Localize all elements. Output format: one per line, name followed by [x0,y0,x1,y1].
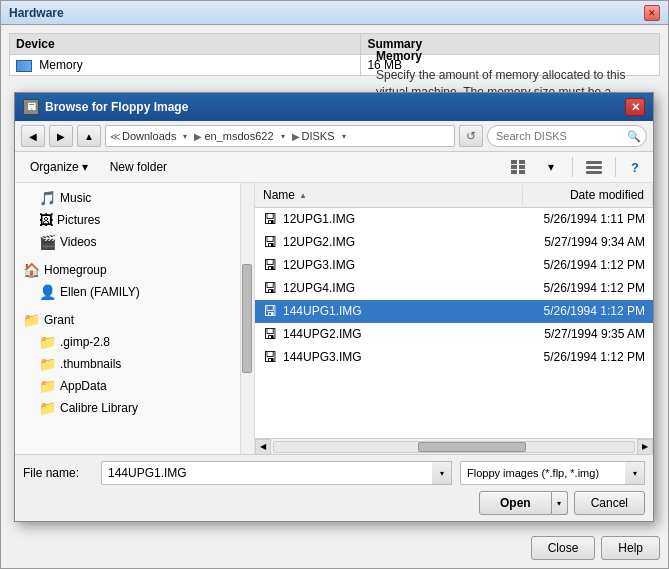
left-panel-scrollbar[interactable] [240,183,254,454]
scroll-thumb[interactable] [418,442,526,452]
pictures-label: Pictures [57,213,100,227]
path-separator-2: ▶ [292,131,300,142]
tree-item-videos[interactable]: 🎬 Videos [15,231,254,253]
refresh-button[interactable]: ↺ [459,125,483,147]
file-name-2: 12UPG3.IMG [283,258,515,272]
msdos-dropdown[interactable]: ▾ [276,126,290,146]
path-folder-disks: DISKS [302,130,335,142]
tree-item-appdata[interactable]: 📁 AppData [15,375,254,397]
date-col-header[interactable]: Date modified [523,185,653,205]
tree-item-music[interactable]: 🎵 Music [15,187,254,209]
tree-item-thumbnails[interactable]: 📁 .thumbnails [15,353,254,375]
name-col-label: Name [263,188,295,202]
tree-item-grant[interactable]: 📁 Grant [15,309,254,331]
tree-item-ellen[interactable]: 👤 Ellen (FAMILY) [15,281,254,303]
file-row-3[interactable]: 🖫 12UPG4.IMG 5/26/1994 1:12 PM [255,277,653,300]
open-button-group: Open ▾ [479,491,568,515]
view-toggle-button[interactable] [505,155,533,179]
help-button[interactable]: Help [601,536,660,560]
downloads-dropdown[interactable]: ▾ [178,126,192,146]
svg-rect-4 [511,170,517,174]
address-path[interactable]: ≪ Downloads ▾ ▶ en_msdos622 ▾ ▶ DISKS ▾ [105,125,455,147]
gimp-folder-icon: 📁 [39,334,56,350]
device-label: Memory [39,58,82,72]
scroll-left-button[interactable]: ◀ [255,439,271,455]
music-label: Music [60,191,91,205]
calibre-label: Calibre Library [60,401,138,415]
search-input[interactable] [487,125,647,147]
floppy-dialog: 🖬 Browse for Floppy Image ✕ ◀ ▶ ▲ ≪ Down… [14,92,654,522]
file-name-6: 144UPG3.IMG [283,350,515,364]
homegroup-icon: 🏠 [23,262,40,278]
hardware-close-button[interactable]: ✕ [644,5,660,21]
file-date-1: 5/27/1994 9:34 AM [515,235,645,249]
filename-input[interactable] [101,461,452,485]
back-button[interactable]: ◀ [21,125,45,147]
help-icon-button[interactable]: ? [623,155,647,179]
left-panel: 🎵 Music 🖼 Pictures 🎬 Videos 🏠 Homegroup [15,183,255,454]
filename-dropdown-button[interactable]: ▾ [432,461,452,485]
scrollbar-thumb[interactable] [242,264,252,372]
main-area: 🎵 Music 🖼 Pictures 🎬 Videos 🏠 Homegroup [15,183,653,454]
view-grid-icon [511,160,527,174]
file-icon-3: 🖫 [263,280,277,296]
up-button[interactable]: ▲ [77,125,101,147]
toolbar-divider2 [615,157,616,177]
organize-dropdown-icon: ▾ [82,160,88,174]
floppy-dialog-title: Browse for Floppy Image [45,100,188,114]
toolbar-divider [572,157,573,177]
appdata-folder-icon: 📁 [39,378,56,394]
floppy-title-left: 🖬 Browse for Floppy Image [23,99,188,115]
name-sort-arrow: ▲ [299,191,307,200]
file-date-2: 5/26/1994 1:12 PM [515,258,645,272]
tree-item-calibre[interactable]: 📁 Calibre Library [15,397,254,419]
open-dropdown-button[interactable]: ▾ [552,491,568,515]
cancel-button[interactable]: Cancel [574,491,645,515]
scroll-right-button[interactable]: ▶ [637,439,653,455]
new-folder-button[interactable]: New folder [101,156,176,178]
thumbnails-label: .thumbnails [60,357,121,371]
file-name-0: 12UPG1.IMG [283,212,515,226]
file-name-1: 12UPG2.IMG [283,235,515,249]
floppy-titlebar: 🖬 Browse for Floppy Image ✕ [15,93,653,121]
view-list-button[interactable] [580,155,608,179]
filetype-dropdown-button[interactable]: ▾ [625,461,645,485]
file-icon-5: 🖫 [263,326,277,342]
close-button[interactable]: Close [531,536,596,560]
memory-icon [16,60,32,72]
search-wrapper: 🔍 [487,125,647,147]
file-row-2[interactable]: 🖫 12UPG3.IMG 5/26/1994 1:12 PM [255,254,653,277]
tree-item-homegroup[interactable]: 🏠 Homegroup [15,259,254,281]
open-button[interactable]: Open [479,491,552,515]
right-panel: Name ▲ Date modified 🖫 12UPG1.IMG 5/26/1… [255,183,653,454]
scroll-track[interactable] [273,441,635,453]
horizontal-scrollbar[interactable]: ◀ ▶ [255,438,653,454]
device-cell: Memory [10,55,361,76]
filetype-input[interactable] [460,461,645,485]
file-row-5[interactable]: 🖫 144UPG2.IMG 5/27/1994 9:35 AM [255,323,653,346]
videos-label: Videos [60,235,96,249]
dialog-close-button[interactable]: ✕ [625,98,645,116]
file-row-1[interactable]: 🖫 12UPG2.IMG 5/27/1994 9:34 AM [255,231,653,254]
file-row-0[interactable]: 🖫 12UPG1.IMG 5/26/1994 1:11 PM [255,208,653,231]
file-list-header: Name ▲ Date modified [255,183,653,208]
forward-button[interactable]: ▶ [49,125,73,147]
user-icon: 👤 [39,284,56,300]
tree-item-pictures[interactable]: 🖼 Pictures [15,209,254,231]
left-panel-inner: 🎵 Music 🖼 Pictures 🎬 Videos 🏠 Homegroup [15,183,254,423]
path-folder-downloads: Downloads [122,130,176,142]
bottom-area: File name: ▾ ▾ Open ▾ Cancel [15,454,653,521]
organize-button[interactable]: Organize ▾ [21,156,97,178]
name-col-header[interactable]: Name ▲ [255,185,523,205]
svg-rect-6 [586,161,602,164]
view-dropdown-button[interactable]: ▾ [537,155,565,179]
floppy-dialog-icon: 🖬 [23,99,39,115]
address-bar: ◀ ▶ ▲ ≪ Downloads ▾ ▶ en_msdos622 ▾ ▶ DI… [15,121,653,152]
tree-item-gimp[interactable]: 📁 .gimp-2.8 [15,331,254,353]
disks-dropdown[interactable]: ▾ [337,126,351,146]
file-row-6[interactable]: 🖫 144UPG3.IMG 5/26/1994 1:12 PM [255,346,653,369]
homegroup-label: Homegroup [44,263,107,277]
file-row-4[interactable]: 🖫 144UPG1.IMG 5/26/1994 1:12 PM [255,300,653,323]
hardware-titlebar: Hardware ✕ [1,1,668,25]
path-segment-2: en_msdos622 ▾ [204,126,289,146]
